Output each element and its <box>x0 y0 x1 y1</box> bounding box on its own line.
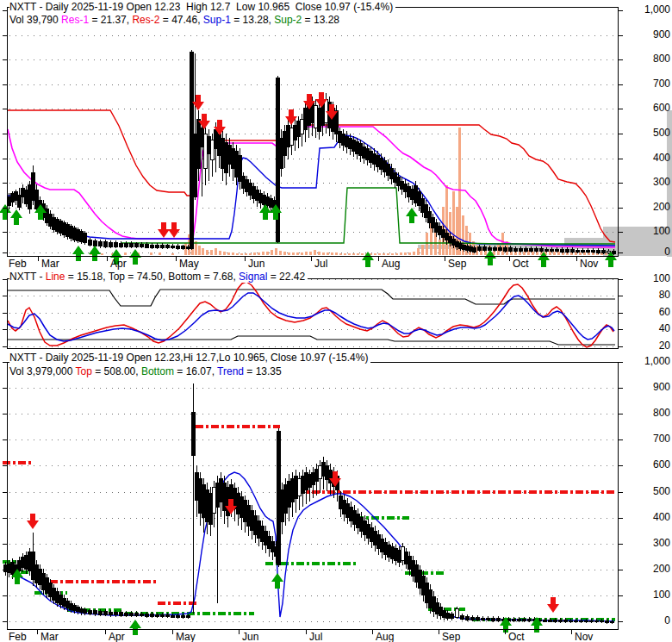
y-axis-label: 100 <box>622 225 670 237</box>
y-axis-label: 300 <box>622 537 670 549</box>
month-label: Feb <box>9 258 27 270</box>
buy-signal-arrow-icon <box>89 246 101 261</box>
indicator-line <box>8 135 615 246</box>
y-axis-label: 600 <box>622 458 670 471</box>
sell-signal-arrow-icon <box>27 514 39 529</box>
buy-signal-arrow-icon <box>0 204 11 220</box>
buy-signal-arrow-icon <box>406 208 418 223</box>
y-axis-label: 1,000 <box>622 355 670 367</box>
y-axis-label: 300 <box>622 176 670 188</box>
header-segment: Vol 3,979,000 <box>9 365 76 377</box>
y-axis-label: 40 <box>622 322 670 334</box>
month-label: Mar <box>41 258 59 270</box>
indicator-line <box>8 472 614 621</box>
indicator-line <box>8 282 613 347</box>
header-segment: = 15.18, Top = 74.50, Bottom = 7.68, <box>65 271 239 283</box>
header-segment: Sup-2 <box>274 14 302 26</box>
price2-panel <box>3 362 623 635</box>
header-segment: Bottom <box>141 365 174 377</box>
buy-signal-arrow-icon <box>10 209 22 225</box>
header-segment: Line <box>46 271 65 283</box>
y-axis-label: 60 <box>622 306 670 318</box>
y-axis-label: 1,000 <box>622 3 670 16</box>
header-segment: = 13.28 <box>302 14 339 26</box>
sell-signal-arrow-icon <box>192 95 204 110</box>
month-label: Jul <box>314 258 327 270</box>
y-axis-label: 100 <box>622 272 670 284</box>
header-segment: = 508.00, <box>92 365 141 377</box>
price-header-line2: Vol 39,790 Res-1 = 21.37, Res-2 = 47.46,… <box>9 14 342 26</box>
y-axis-label: 200 <box>622 563 670 575</box>
header-segment: NXTT - <box>9 271 46 283</box>
indicator-line <box>8 336 615 345</box>
price2-header-line2: Vol 3,979,000 Top = 508.00, Bottom = 16.… <box>9 365 284 377</box>
y-axis-label: 700 <box>622 433 670 445</box>
price2-candles <box>3 383 613 624</box>
y-axis-label: 200 <box>622 201 670 213</box>
price2-header-line1: NXTT - Daily 2025-11-19 Open 12.23,Hi 12… <box>9 352 370 364</box>
month-label: Apr <box>109 631 125 642</box>
chart-window: 1,0009008007006005004003002001000FebMarA… <box>0 0 672 642</box>
month-label: Nov <box>580 258 598 270</box>
month-label: Sep <box>442 631 460 642</box>
y-axis-label: 500 <box>622 127 670 139</box>
price-header-line1: NXTT - Daily 2025-11-19 Open 12.23 High … <box>9 1 395 13</box>
resistance-dash-lines <box>3 427 615 603</box>
month-label: Aug <box>382 258 400 270</box>
month-label: Aug <box>376 631 394 642</box>
y-axis-label: 400 <box>622 152 670 164</box>
header-segment: Vol 39,790 <box>9 14 61 26</box>
month-label: Jun <box>248 258 264 270</box>
header-segment: = 16.07, <box>174 365 217 377</box>
y-axis-label: 900 <box>622 381 670 393</box>
indicator-line <box>8 127 615 247</box>
y-axis-label: 0 <box>622 246 670 258</box>
header-segment: Res-2 <box>132 14 159 26</box>
header-segment: Sup-1 <box>203 14 231 26</box>
y-axis-label: 900 <box>622 28 670 41</box>
header-segment: = 13.35 <box>244 365 282 377</box>
y-axis-label: 500 <box>622 485 670 497</box>
header-segment: = 21.37, <box>89 14 132 26</box>
support-dash-lines <box>3 518 615 620</box>
month-label: Mar <box>40 631 59 642</box>
header-segment: = 22.42 <box>267 271 305 283</box>
y-axis-label: 600 <box>622 102 670 114</box>
month-label: Oct <box>513 258 529 270</box>
y-axis-label: 800 <box>622 53 670 65</box>
buy-signal-arrow-icon <box>72 246 84 261</box>
y-axis-label: 700 <box>622 78 670 90</box>
month-label: Sep <box>448 258 466 270</box>
month-label: May <box>176 631 196 642</box>
header-segment: Trend <box>217 365 244 377</box>
y-axis-label: 80 <box>622 289 670 301</box>
y-axis-label: 100 <box>622 589 670 601</box>
buy-signal-arrow-icon <box>538 252 550 267</box>
indicator-line <box>8 293 614 341</box>
header-segment: Res-1 <box>61 14 89 26</box>
y-axis-label: 0 <box>622 614 670 626</box>
chart-canvas[interactable] <box>0 0 672 642</box>
y-axis-label: 20 <box>622 340 670 352</box>
month-label: Feb <box>9 631 27 642</box>
oscillator-panel <box>3 278 623 348</box>
oscillator-header: NXTT - Line = 15.18, Top = 74.50, Bottom… <box>9 271 308 283</box>
sell-signal-arrow-icon <box>158 222 170 238</box>
month-label: Apr <box>110 258 127 270</box>
sell-signal-arrow-icon <box>547 597 559 613</box>
indicator-line <box>8 290 615 306</box>
month-label: Nov <box>575 631 593 642</box>
month-label: May <box>179 258 199 270</box>
y-axis-label: 400 <box>622 511 670 523</box>
buy-signal-arrow-icon <box>129 620 141 635</box>
header-segment: Signal <box>239 271 267 283</box>
header-segment: Top <box>76 365 92 377</box>
price-candles <box>7 50 615 255</box>
buy-signal-arrow-icon <box>129 249 141 265</box>
header-segment: = 13.28, <box>231 14 274 26</box>
sell-signal-arrow-icon <box>285 109 297 125</box>
buy-signal-arrow-icon <box>271 573 283 589</box>
month-label: Jun <box>242 631 258 642</box>
price-panel <box>0 7 672 267</box>
month-label: Oct <box>508 631 525 642</box>
